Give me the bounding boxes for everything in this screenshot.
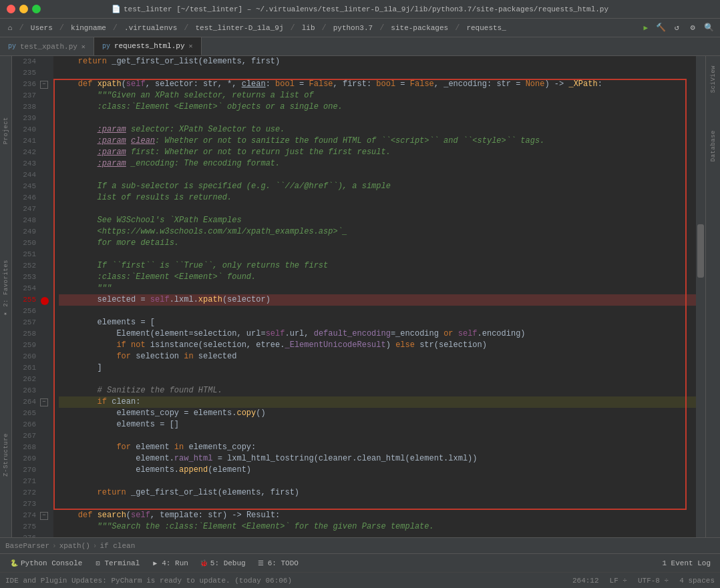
line-num-271: 271 (12, 476, 36, 487)
todo-button[interactable]: ☰ 6: TODO (252, 557, 303, 569)
code-line-263: # Sanitize the found HTML. (59, 385, 696, 396)
fold-marker-264[interactable]: − (40, 398, 48, 406)
code-line-236: def xpath(self, selector: str, *, clean:… (59, 79, 696, 90)
right-sidebar-sciview[interactable]: SciView (709, 61, 718, 97)
gutter-243 (40, 158, 53, 170)
cursor-position[interactable]: 264:12 (572, 577, 599, 585)
path-lib[interactable]: lib (299, 23, 318, 33)
line-num-261: 261 (12, 362, 36, 374)
path-site-packages[interactable]: site-packages (388, 23, 451, 33)
line-num-234: 234 (12, 56, 36, 67)
line-num-276: 276 (12, 533, 36, 537)
gutter-271 (40, 476, 53, 487)
code-line-243: :param _encoding: The encoding format. (59, 158, 696, 170)
code-lines: return _get_first_or_list(elements, firs… (53, 56, 696, 537)
gutter-236[interactable]: − (40, 79, 53, 90)
code-line-240: :param selector: XPath Selector to use. (59, 124, 696, 135)
run-button[interactable]: ▶ (641, 22, 651, 33)
gutter-261 (40, 362, 53, 374)
code-line-248: See W3School's `XPath Examples (59, 215, 696, 226)
breadcrumb-baseparser[interactable]: BaseParser (5, 542, 49, 550)
status-bar: IDE and Plugin Updates: PyCharm is ready… (0, 572, 720, 588)
gutter-249 (40, 226, 53, 238)
code-line-262 (59, 374, 696, 385)
search-icon[interactable]: 🔍 (703, 22, 715, 34)
code-line-273 (59, 499, 696, 510)
line-num-250: 250 (12, 238, 36, 249)
path-virtualenvs[interactable]: .virtualenvs (122, 23, 180, 33)
tab-requests-html[interactable]: py requests_html.py ✕ (94, 37, 202, 55)
close-button[interactable] (7, 5, 15, 13)
line-numbers: 234 235 236 237 238 239 240 241 242 243 … (12, 56, 40, 537)
settings-icon[interactable]: ⚙ (687, 22, 699, 34)
code-line-259: if not isinstance(selection, etree._Elem… (59, 340, 696, 351)
path-python[interactable]: python3.7 (331, 23, 375, 33)
line-ending[interactable]: LF ÷ (610, 577, 627, 585)
sync-icon[interactable]: ↺ (671, 22, 683, 34)
python-console-button[interactable]: 🐍 Python Console (5, 557, 86, 569)
breadcrumb-xpath[interactable]: xpath() (59, 542, 90, 550)
bottom-toolbar: 🐍 Python Console ⊡ Terminal ▶ 4: Run 🐞 5… (0, 553, 720, 572)
line-num-247: 247 (12, 204, 36, 215)
line-num-248: 248 (12, 215, 36, 226)
file-icon: 📄 (112, 5, 121, 13)
sidebar-structure-label[interactable]: Z-Structure (3, 433, 9, 477)
event-log-button[interactable]: 1 Event Log (658, 558, 715, 569)
code-line-251 (59, 249, 696, 260)
gutter-234 (40, 56, 53, 67)
code-line-257: elements = [ (59, 317, 696, 328)
right-sidebar-database[interactable]: Database (709, 126, 718, 166)
line-num-255: 255 (12, 294, 36, 306)
line-num-245: 245 (12, 181, 36, 192)
code-line-238: :class:`Element <Element>` objects or a … (59, 101, 696, 113)
fold-marker-274[interactable]: − (40, 512, 48, 520)
minimize-button[interactable] (19, 5, 28, 13)
window-controls[interactable] (7, 5, 41, 13)
path-requests[interactable]: requests_ (464, 23, 508, 33)
gutter-258 (40, 328, 53, 340)
gutter-242 (40, 147, 53, 158)
gutter-257 (40, 317, 53, 328)
code-line-235 (59, 67, 696, 79)
gutter-259 (40, 340, 53, 351)
home-icon[interactable]: ⌂ (5, 23, 15, 33)
window-title: 📄 test_linter [~/test_linter] – ~/.virtu… (112, 5, 608, 13)
breakpoint-255[interactable] (41, 297, 49, 305)
scrollbar-track[interactable] (696, 56, 705, 537)
status-message: IDE and Plugin Updates: PyCharm is ready… (5, 577, 292, 585)
line-num-258: 258 (12, 328, 36, 340)
line-num-236: 236 (12, 79, 36, 90)
gutter-274[interactable]: − (40, 510, 53, 521)
close-tab-icon[interactable]: ✕ (189, 42, 193, 50)
terminal-button[interactable]: ⊡ Terminal (89, 557, 144, 569)
tab-test-xpath[interactable]: py test_xpath.py ✕ (0, 37, 94, 55)
gutter-237 (40, 90, 53, 101)
code-line-239 (59, 113, 696, 124)
maximize-button[interactable] (32, 5, 41, 13)
indent[interactable]: 4 spaces (679, 577, 715, 585)
code-line-274: def search(self, template: str) -> Resul… (59, 510, 696, 521)
gutter-264[interactable]: − (40, 396, 53, 408)
fold-marker-236[interactable]: − (40, 81, 48, 89)
debug-button[interactable]: 🐞 5: Debug (195, 557, 250, 569)
terminal-icon: ⊡ (93, 559, 102, 568)
toolbar-actions: ▶ 🔨 ↺ ⚙ 🔍 (641, 22, 715, 34)
sidebar-project-label[interactable]: Project (3, 117, 9, 144)
breadcrumb-if-clean[interactable]: if clean (100, 542, 135, 550)
path-users[interactable]: Users (28, 23, 55, 33)
sidebar-favorites-label[interactable]: ★ 2: Favorites (3, 260, 9, 318)
gutter-263 (40, 385, 53, 396)
path-linter[interactable]: test_linter-D_1la_9j (192, 23, 286, 33)
line-num-262: 262 (12, 374, 36, 385)
line-num-268: 268 (12, 442, 36, 453)
encoding[interactable]: UTF-8 ÷ (638, 577, 669, 585)
line-num-243: 243 (12, 158, 36, 170)
code-line-247 (59, 204, 696, 215)
code-line-253: :class:`Element <Element>` found. (59, 272, 696, 283)
path-kingname[interactable]: kingname (68, 23, 109, 33)
close-tab-icon[interactable]: ✕ (81, 43, 85, 51)
run-button[interactable]: ▶ 4: Run (146, 557, 192, 569)
scrollbar-thumb[interactable] (697, 224, 704, 278)
gutter-276 (40, 533, 53, 537)
build-icon[interactable]: 🔨 (655, 22, 667, 34)
